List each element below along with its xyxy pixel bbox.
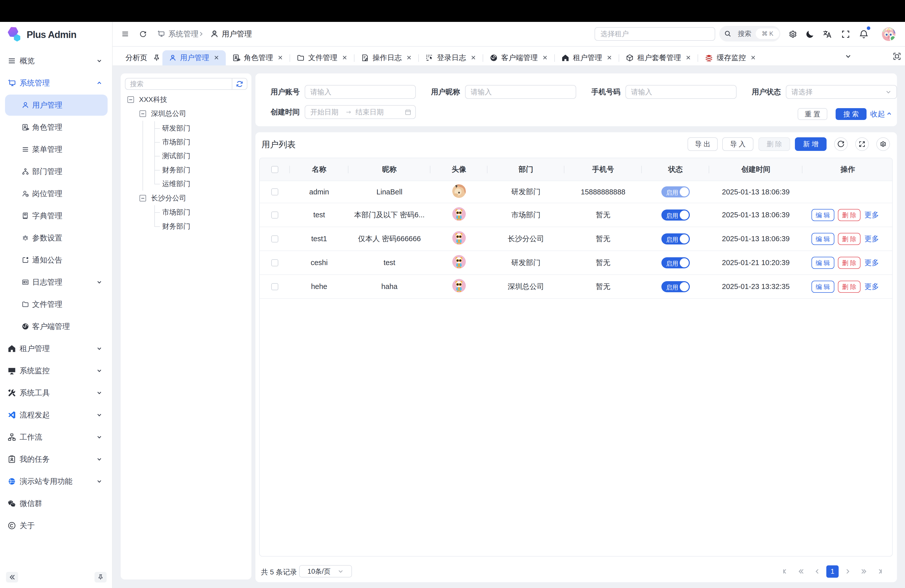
svg-text:redis: redis: [707, 60, 711, 62]
